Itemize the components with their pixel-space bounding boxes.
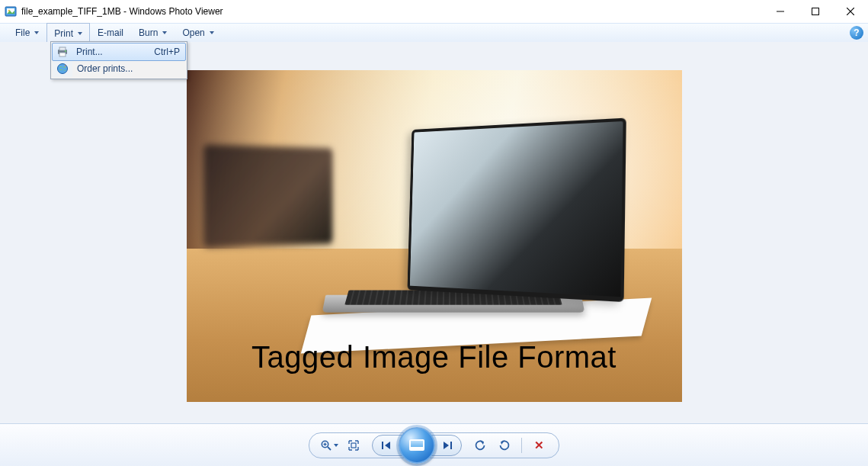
chevron-down-icon [78,32,82,35]
previous-button[interactable] [373,435,400,455]
displayed-image: Tagged Image File Format [187,70,682,402]
menu-burn[interactable]: Burn [131,24,175,42]
menu-email-label: E-mail [98,27,123,38]
svg-rect-8 [59,47,66,50]
navigation-group [372,435,462,456]
svg-point-10 [65,50,66,52]
menu-item-order-prints[interactable]: Order prints... [53,60,185,77]
rotate-ccw-button[interactable] [469,435,491,456]
minimize-button[interactable] [763,0,798,23]
print-dropdown: Print... Ctrl+P Order prints... [50,41,187,79]
close-button[interactable] [833,0,868,23]
title-bar: file_example_TIFF_1MB - Windows Photo Vi… [0,0,868,23]
menu-item-print-shortcut: Ctrl+P [154,47,180,57]
menu-burn-label: Burn [139,27,158,38]
menu-print[interactable]: Print [46,23,90,43]
delete-button[interactable]: ✕ [528,435,549,456]
image-viewport[interactable]: Tagged Image File Format [0,42,868,423]
next-button[interactable] [434,435,461,455]
menu-bar: File Print E-mail Burn Open ? [0,23,868,43]
svg-rect-9 [59,53,66,56]
window-controls [763,0,868,23]
actual-size-button[interactable] [343,435,364,456]
menu-open-label: Open [182,27,204,38]
app-icon [5,5,17,18]
printer-icon [56,45,69,59]
maximize-button[interactable] [798,0,833,23]
chevron-down-icon [210,31,214,34]
image-watermark-text: Tagged Image File Format [187,340,682,374]
globe-icon [56,62,69,76]
help-button[interactable]: ? [850,26,863,40]
menu-email[interactable]: E-mail [90,24,131,42]
svg-rect-18 [450,442,452,449]
svg-rect-17 [382,442,383,449]
bottom-toolbar: ✕ [0,423,868,466]
chevron-down-icon [162,31,167,34]
menu-item-print-label: Print... [76,47,103,57]
toolbar-separator [521,438,522,453]
chevron-down-icon [334,444,338,447]
svg-point-11 [58,64,68,74]
svg-line-13 [328,447,331,450]
chevron-down-icon [34,31,39,34]
menu-item-order-prints-label: Order prints... [77,63,133,74]
svg-rect-16 [351,443,356,448]
svg-rect-4 [812,8,819,15]
zoom-button[interactable] [319,435,340,456]
delete-icon: ✕ [534,439,544,452]
menu-file-label: File [15,27,30,38]
menu-item-print[interactable]: Print... Ctrl+P [52,43,186,61]
rotate-cw-button[interactable] [494,435,515,456]
window-title: file_example_TIFF_1MB - Windows Photo Vi… [21,6,223,17]
slideshow-icon [409,439,424,451]
menu-file[interactable]: File [8,24,46,42]
menu-print-label: Print [54,28,73,39]
slideshow-button[interactable] [399,427,435,464]
toolbar-pill: ✕ [309,432,559,458]
menu-open[interactable]: Open [175,24,221,42]
